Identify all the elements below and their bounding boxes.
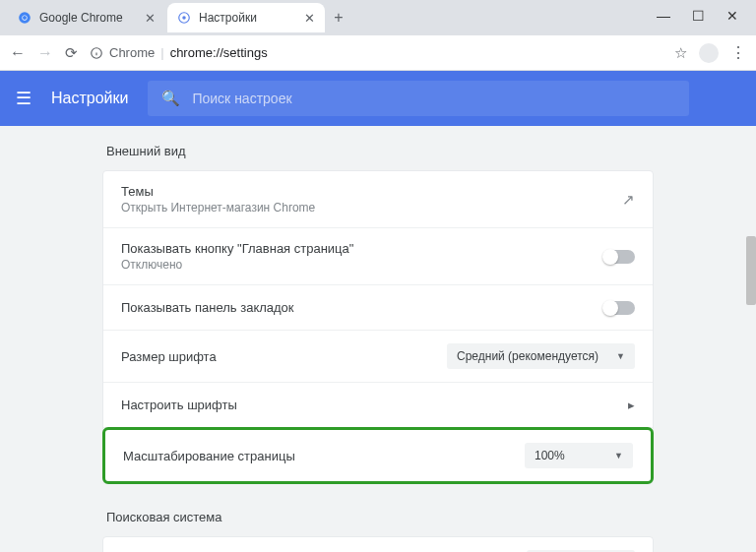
row-bookmarks-bar: Показывать панель закладок [103,285,653,331]
row-font-size: Размер шрифта Средний (рекомендуется) ▼ [103,331,653,383]
tab-google-chrome[interactable]: Google Chrome ✕ [8,3,165,32]
search-input[interactable] [192,91,675,106]
menu-icon[interactable]: ⋮ [730,43,746,62]
row-default-search: Поисковая система, используемая в адресн… [103,537,653,552]
search-box[interactable]: 🔍 [148,81,689,116]
info-icon [90,46,103,60]
tabs-bar: Google Chrome ✕ Настройки ✕ + [0,0,756,35]
chrome-icon [18,11,32,25]
row-sublabel: Открыть Интернет-магазин Chrome [121,201,622,215]
hamburger-icon[interactable]: ☰ [16,88,32,109]
section-appearance: Внешний вид [106,144,654,158]
back-button[interactable]: ← [10,44,26,62]
toggle-bookmarks-bar[interactable] [603,301,635,315]
row-label: Настроить шрифты [121,398,628,412]
scrollbar[interactable] [746,236,756,305]
row-label: Масштабирование страницы [123,449,525,463]
maximize-button[interactable]: ☐ [692,8,705,24]
row-label: Показывать панель закладок [121,300,603,315]
page-title: Настройки [51,90,128,107]
address-path: chrome://settings [170,45,268,60]
bookmark-star-icon[interactable]: ☆ [674,44,687,62]
row-themes[interactable]: Темы Открыть Интернет-магазин Chrome ↗ [103,171,653,228]
address-bar[interactable]: Chrome | chrome://settings [90,45,662,60]
address-protocol: Chrome [109,45,155,60]
toolbar: ← → ⟳ Chrome | chrome://settings ☆ ⋮ [0,35,756,71]
avatar[interactable] [699,43,719,63]
chevron-down-icon: ▼ [616,351,625,361]
search-icon: 🔍 [161,90,180,107]
row-label: Показывать кнопку "Главная страница" [121,241,603,256]
gear-icon [177,11,191,25]
close-button[interactable]: ✕ [726,8,738,24]
tab-title: Настройки [199,11,257,25]
new-tab-button[interactable]: + [327,9,350,27]
row-label: Темы [121,184,622,199]
row-customize-fonts[interactable]: Настроить шрифты ▸ [103,383,653,428]
minimize-button[interactable]: — [657,8,670,24]
row-sublabel: Отключено [121,258,603,272]
window-controls: — ☐ ✕ [657,8,738,24]
forward-button[interactable]: → [37,44,53,62]
content-area: Внешний вид Темы Открыть Интернет-магази… [0,126,756,552]
chevron-right-icon: ▸ [628,398,635,412]
select-value: Средний (рекомендуется) [457,349,598,363]
row-page-zoom: Масштабирование страницы 100% ▼ [102,427,654,484]
address-separator: | [160,45,163,60]
external-link-icon: ↗ [622,191,635,209]
section-search-engine: Поисковая система [106,510,654,524]
tab-settings[interactable]: Настройки ✕ [167,3,325,32]
select-font-size[interactable]: Средний (рекомендуется) ▼ [447,343,635,369]
svg-point-2 [23,16,27,20]
close-icon[interactable]: ✕ [145,11,156,26]
toggle-home-button[interactable] [603,250,635,264]
select-value: 100% [535,449,565,462]
svg-point-4 [182,16,186,20]
row-home-button: Показывать кнопку "Главная страница" Отк… [103,228,653,285]
settings-header: ☰ Настройки 🔍 [0,71,756,126]
search-engine-card: Поисковая система, используемая в адресн… [102,536,654,552]
chevron-down-icon: ▼ [614,451,623,460]
reload-button[interactable]: ⟳ [65,44,78,62]
select-page-zoom[interactable]: 100% ▼ [525,443,633,468]
appearance-card: Темы Открыть Интернет-магазин Chrome ↗ П… [102,170,654,484]
tab-title: Google Chrome [39,11,123,25]
row-label: Размер шрифта [121,349,447,364]
close-icon[interactable]: ✕ [304,11,315,26]
